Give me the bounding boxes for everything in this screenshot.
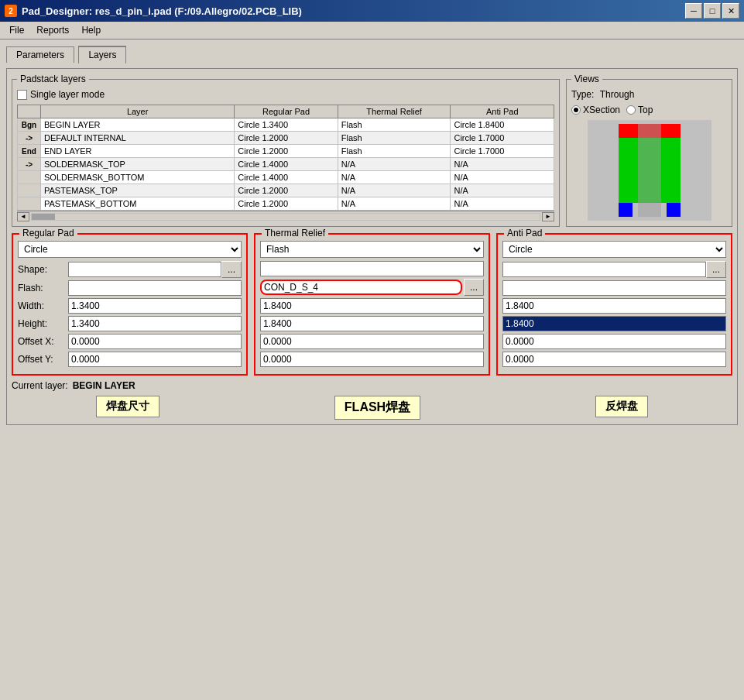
menu-file[interactable]: File [3,23,30,37]
minimize-button[interactable]: ─ [685,3,702,19]
regular-offsetx-input[interactable] [68,334,242,349]
thermal-relief-section: Thermal Relief Flash Circle None [254,233,490,376]
views-fieldset: Views Type: Through XSection Top [566,74,732,227]
thermal-geometry-dropdown[interactable]: Flash Circle None [260,241,484,258]
regular-pad-title: Regular Pad [19,228,77,238]
thermal-offsety-input[interactable] [260,352,484,367]
menu-bar: File Reports Help [0,22,744,39]
row-regular: Circle 1.4000 [235,171,338,184]
anti-offsety-input[interactable] [502,352,726,367]
preview-svg [588,120,711,221]
row-label: -> [18,132,41,145]
regular-height-input[interactable] [68,316,242,331]
app-icon: 2 [5,5,17,17]
scroll-left-btn[interactable]: ◄ [17,212,29,221]
row-thermal: Flash [338,145,451,158]
table-row[interactable]: PASTEMASK_TOP Circle 1.2000 N/A N/A [18,184,554,197]
row-regular: Circle 1.4000 [235,158,338,171]
anti-geometry-row: Circle Square Oblong Rectangle [502,241,726,258]
window-controls: ─ □ ✕ [685,3,739,19]
radio-top[interactable]: Top [626,105,653,115]
type-value: Through [600,89,635,100]
radio-xsection[interactable]: XSection [571,105,620,115]
table-row[interactable]: PASTEMASK_BOTTOM Circle 1.2000 N/A N/A [18,197,554,211]
annotation-weld-size: 焊盘尺寸 [96,396,159,417]
window-title: Pad_Designer: res_d_pin_i.pad (F:/09.All… [22,5,302,17]
single-layer-checkbox[interactable] [17,90,27,100]
thermal-shape-input[interactable] [260,261,484,276]
regular-width-input[interactable] [68,298,242,314]
svg-rect-5 [638,124,661,217]
single-layer-row: Single layer mode [17,89,554,100]
row-regular: Circle 1.2000 [235,197,338,211]
h-scrollbar[interactable]: ◄ ► [17,211,554,221]
radio-top-btn[interactable] [626,105,636,115]
annotation-anti-wrapper: 反焊盘 [595,396,648,420]
regular-flash-input[interactable] [68,280,242,296]
anti-shape-input[interactable] [502,262,706,277]
main-content: Parameters Layers Padstack layers Single… [0,39,744,699]
thermal-offsetx-input[interactable] [260,334,484,349]
anti-flash-input[interactable] [502,280,726,296]
tab-layers[interactable]: Layers [78,46,126,63]
thermal-geometry-wrapper: Flash Circle None [260,241,484,258]
tab-parameters[interactable]: Parameters [6,46,74,63]
regular-height-label: Height: [18,318,68,329]
regular-shape-input[interactable] [68,262,221,277]
regular-pad-geometry-row: Circle Square Oblong Rectangle [18,241,242,258]
row-layer: DEFAULT INTERNAL [41,132,235,145]
scroll-thumb[interactable] [32,214,55,220]
layers-table: Layer Regular Pad Thermal Relief Anti Pa… [17,105,554,211]
menu-help[interactable]: Help [75,23,107,37]
tabs-container: Parameters Layers [6,46,738,63]
row-anti: Circle 1.8400 [451,118,554,132]
thermal-flash-dots-btn[interactable]: ... [464,279,484,296]
type-label: Type: [571,89,594,100]
table-scroll-container: Layer Regular Pad Thermal Relief Anti Pa… [17,105,554,221]
annotation-flash-weld: FLASH焊盘 [334,396,420,420]
scroll-right-btn[interactable]: ► [542,212,554,221]
table-row[interactable]: SOLDERMASK_BOTTOM Circle 1.4000 N/A N/A [18,171,554,184]
anti-width-row [502,298,726,314]
thermal-offsetx-row [260,334,484,349]
row-label [18,171,41,184]
thermal-shape-row [260,261,484,276]
regular-shape-dots-btn[interactable]: ... [221,261,242,278]
anti-pad-title: Anti Pad [504,228,545,238]
col-header-thermal: Thermal Relief [338,105,451,118]
regular-flash-label: Flash: [18,283,68,293]
regular-offsety-input[interactable] [68,352,242,367]
anti-width-input[interactable] [502,298,726,314]
maximize-button[interactable]: □ [704,3,721,19]
table-row[interactable]: -> SOLDERMASK_TOP Circle 1.4000 N/A N/A [18,158,554,171]
thermal-flash-input[interactable] [260,280,462,295]
single-layer-label: Single layer mode [30,89,105,100]
row-layer: END LAYER [41,145,235,158]
anti-height-input[interactable] [502,316,726,331]
row-regular: Circle 1.2000 [235,184,338,197]
current-layer-row: Current layer: BEGIN LAYER [12,380,732,391]
views-title: Views [571,74,602,84]
col-header-layer-name: Layer [41,105,235,118]
anti-shape-row: ... [502,261,726,278]
thermal-width-input[interactable] [260,298,484,314]
col-header-regular: Regular Pad [235,105,338,118]
menu-reports[interactable]: Reports [30,23,75,37]
row-regular: Circle 1.2000 [235,132,338,145]
annotation-boxes: 焊盘尺寸 FLASH焊盘 反焊盘 [12,396,732,420]
table-row[interactable]: -> DEFAULT INTERNAL Circle 1.2000 Flash … [18,132,554,145]
table-row[interactable]: Bgn BEGIN LAYER Circle 1.3400 Flash Circ… [18,118,554,132]
thermal-height-input[interactable] [260,316,484,331]
views-type-row: Type: Through [571,89,727,100]
regular-offsety-row: Offset Y: [18,352,242,367]
anti-offsetx-input[interactable] [502,334,726,349]
table-row[interactable]: End END LAYER Circle 1.2000 Flash Circle… [18,145,554,158]
svg-rect-4 [667,203,681,217]
col-header-anti: Anti Pad [451,105,554,118]
anti-shape-dots-btn[interactable]: ... [706,261,726,278]
anti-geometry-dropdown[interactable]: Circle Square Oblong Rectangle [502,241,726,258]
radio-xsection-btn[interactable] [571,105,581,115]
regular-pad-geometry-dropdown[interactable]: Circle Square Oblong Rectangle [18,241,242,258]
close-button[interactable]: ✕ [722,3,739,19]
row-anti: N/A [451,171,554,184]
